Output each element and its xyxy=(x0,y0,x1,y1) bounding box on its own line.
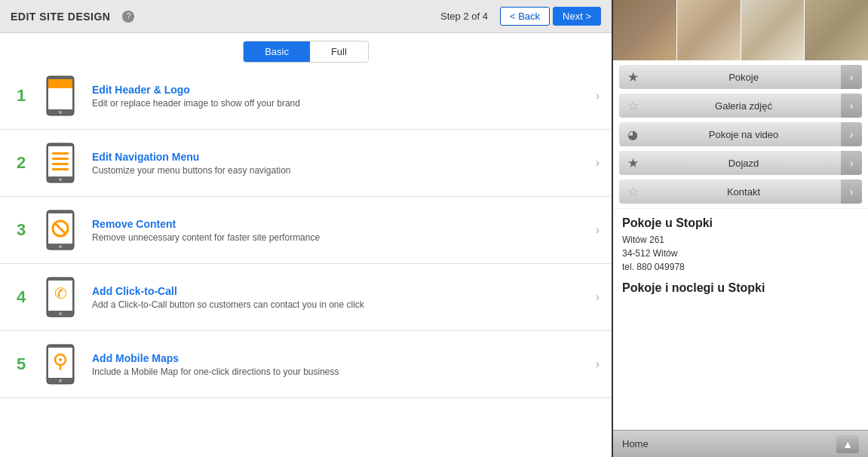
back-button[interactable]: < Back xyxy=(500,7,550,26)
item-number-2: 2 xyxy=(12,153,30,173)
bottom-home-label: Home xyxy=(622,438,836,449)
item-desc-2: Customize your menu buttons for easy nav… xyxy=(92,165,596,176)
list-item[interactable]: 3 Remove Content Remove unnecessary cont… xyxy=(0,197,612,264)
remove-icon xyxy=(41,207,80,253)
preview-nav: ★ Pokoje › ☆ Galeria zdjęć › ◕ Pokoje na… xyxy=(613,60,868,208)
list-item[interactable]: 5 Add Mobile Maps Include a Mobile Map f… xyxy=(0,331,612,398)
list-item[interactable]: 4 ✆ Add Click-to-Call Add a Click-to-Cal… xyxy=(0,264,612,331)
help-icon[interactable]: ? xyxy=(122,11,134,23)
call-icon: ✆ xyxy=(41,275,80,320)
preview-nav-label-3: Pokoje na video xyxy=(646,129,841,140)
svg-rect-2 xyxy=(48,79,72,88)
preview-nav-video[interactable]: ◕ Pokoje na video › xyxy=(619,122,862,146)
item-title-1: Edit Header & Logo xyxy=(92,84,596,96)
scroll-up-button[interactable]: ▲ xyxy=(836,435,859,453)
arrow-icon-1: › xyxy=(596,89,600,103)
svg-point-23 xyxy=(59,358,62,361)
tab-full[interactable]: Full xyxy=(310,41,368,62)
item-desc-4: Add a Click-to-Call button so customers … xyxy=(92,299,596,310)
svg-rect-6 xyxy=(52,152,69,155)
arrow-icon-3: › xyxy=(596,223,600,237)
item-text-5: Add Mobile Maps Include a Mobile Map for… xyxy=(92,352,596,377)
preview-nav-label-5: Kontakt xyxy=(646,186,841,198)
business-tagline: Pokoje i noclegi u Stopki xyxy=(622,281,859,295)
svg-rect-21 xyxy=(48,348,72,378)
star-empty-icon: ☆ xyxy=(619,94,646,118)
svg-text:✆: ✆ xyxy=(54,285,67,302)
item-text-4: Add Click-to-Call Add a Click-to-Call bu… xyxy=(92,285,596,310)
tab-basic[interactable]: Basic xyxy=(244,41,310,62)
svg-rect-7 xyxy=(52,158,69,160)
item-title-2: Edit Navigation Menu xyxy=(92,151,596,163)
phone-body: ★ Pokoje › ☆ Galeria zdjęć › ◕ Pokoje na… xyxy=(613,0,868,457)
item-desc-5: Include a Mobile Map for one-click direc… xyxy=(92,367,596,377)
item-list: 1 Edit Header & Logo Edit or replace hea… xyxy=(0,63,612,457)
nav-icon xyxy=(41,140,80,186)
business-address: Witów 261 34-512 Witów tel. 880 049978 xyxy=(622,233,859,274)
item-text-3: Remove Content Remove unnecessary conten… xyxy=(92,218,596,243)
preview-bottom-bar: Home ▲ xyxy=(613,430,868,457)
nav-arrow-icon-2: › xyxy=(841,94,862,118)
next-button[interactable]: Next > xyxy=(553,7,601,26)
nav-buttons: < Back Next > xyxy=(500,7,601,26)
item-number-5: 5 xyxy=(12,354,30,374)
page-title: EDIT SITE DESIGN xyxy=(11,11,110,23)
phone-preview-panel: ★ Pokoje › ☆ Galeria zdjęć › ◕ Pokoje na… xyxy=(612,0,868,457)
preview-image-1 xyxy=(613,0,677,60)
preview-nav-label-2: Galeria zdjęć xyxy=(646,100,841,112)
item-title-4: Add Click-to-Call xyxy=(92,285,596,297)
svg-rect-8 xyxy=(52,163,69,165)
left-panel: EDIT SITE DESIGN ? Step 2 of 4 < Back Ne… xyxy=(0,0,612,457)
svg-rect-9 xyxy=(52,168,69,170)
item-desc-3: Remove unnecessary content for faster si… xyxy=(92,232,596,243)
arrow-icon-2: › xyxy=(596,156,600,170)
svg-point-3 xyxy=(59,111,62,114)
star-filled-icon-2: ★ xyxy=(619,151,646,175)
address-line2: 34-512 Witów xyxy=(622,248,677,259)
tab-group: Basic Full xyxy=(243,41,369,63)
preview-nav-label-4: Dojazd xyxy=(646,158,841,169)
item-number-4: 4 xyxy=(12,287,30,307)
list-item[interactable]: 2 Edit Navigation Menu Customize your me… xyxy=(0,130,612,197)
address-line1: Witów 261 xyxy=(622,235,664,245)
map-icon xyxy=(41,342,80,387)
reel-icon: ◕ xyxy=(619,122,646,146)
preview-image-3 xyxy=(741,0,805,60)
preview-nav-dojazd[interactable]: ★ Dojazd › xyxy=(619,151,862,175)
header-icon xyxy=(41,73,80,118)
item-title-5: Add Mobile Maps xyxy=(92,352,596,364)
preview-nav-kontakt[interactable]: ☆ Kontakt › xyxy=(619,179,862,204)
preview-image-2 xyxy=(677,0,741,60)
svg-point-15 xyxy=(59,245,62,248)
arrow-icon-4: › xyxy=(596,290,600,304)
item-desc-1: Edit or replace header image to show off… xyxy=(92,98,596,109)
item-title-3: Remove Content xyxy=(92,218,596,230)
address-line3: tel. 880 049978 xyxy=(622,262,685,272)
svg-rect-5 xyxy=(48,146,72,176)
preview-nav-galeria[interactable]: ☆ Galeria zdjęć › xyxy=(619,94,862,118)
tab-bar: Basic Full xyxy=(0,33,612,63)
star-empty-icon-2: ☆ xyxy=(619,179,646,204)
image-strip xyxy=(613,0,868,60)
list-item[interactable]: 1 Edit Header & Logo Edit or replace hea… xyxy=(0,63,612,130)
nav-arrow-icon-5: › xyxy=(841,179,862,204)
item-text-1: Edit Header & Logo Edit or replace heade… xyxy=(92,84,596,109)
nav-arrow-icon-4: › xyxy=(841,151,862,175)
arrow-icon-5: › xyxy=(596,357,600,371)
page-header: EDIT SITE DESIGN ? Step 2 of 4 < Back Ne… xyxy=(0,0,612,33)
preview-image-4 xyxy=(805,0,868,60)
nav-arrow-icon-3: › xyxy=(841,122,862,146)
business-name: Pokoje u Stopki xyxy=(622,216,859,230)
item-number-3: 3 xyxy=(12,220,30,240)
star-filled-icon: ★ xyxy=(619,65,646,89)
item-text-2: Edit Navigation Menu Customize your menu… xyxy=(92,151,596,176)
svg-point-25 xyxy=(59,379,62,382)
nav-arrow-icon-1: › xyxy=(841,65,862,89)
preview-nav-pokoje[interactable]: ★ Pokoje › xyxy=(619,65,862,89)
item-number-1: 1 xyxy=(12,86,30,106)
step-indicator: Step 2 of 4 xyxy=(440,11,488,22)
svg-point-19 xyxy=(59,312,62,315)
svg-point-10 xyxy=(59,178,62,181)
business-info: Pokoje u Stopki Witów 261 34-512 Witów t… xyxy=(613,208,868,302)
preview-nav-label-1: Pokoje xyxy=(646,72,841,83)
